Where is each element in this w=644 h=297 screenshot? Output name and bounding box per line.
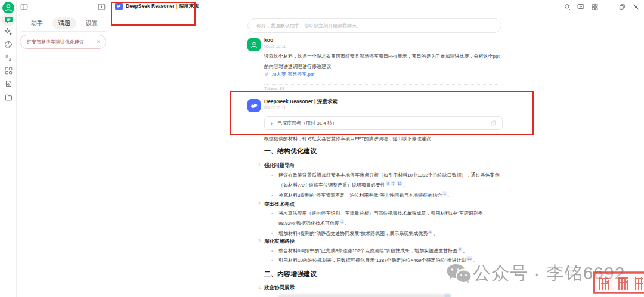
restore-icon[interactable] [618, 3, 626, 10]
sidebar-card-edge [18, 14, 110, 297]
item-number: 2. [258, 202, 262, 206]
thinking-label: 已深度思考（用时 31.4 秒） [277, 120, 491, 126]
bullet-text: 增加材料4提到的"动静态交通协同发展"技术路线图，展示系统集成优势 [278, 231, 428, 236]
citation-badge[interactable]: 10 [397, 181, 402, 186]
close-icon[interactable] [632, 3, 639, 10]
bullet-tail: 。 [403, 182, 408, 188]
bullet-dot: • [271, 190, 273, 200]
chat-nav-button[interactable] [2, 13, 15, 26]
paperclip-icon [264, 72, 270, 77]
attachment-link[interactable]: AI大赛-智慧停车.pdf [264, 71, 315, 78]
user-message-time: 05/16 10:11 [264, 44, 286, 48]
assistant-avatar[interactable] [247, 99, 261, 112]
bullet-item: • 引用材料10的泊位规划表，用数据可视化展示"1387个确定泊位+469个待定… [271, 255, 504, 265]
sidebar-panel: 助手 话题 设置 红安智慧停车演讲优化建议 ✕ [17, 0, 110, 297]
new-topic-button[interactable] [98, 3, 106, 11]
tab-settings[interactable]: 设置 [80, 17, 104, 29]
user-avatar-button[interactable] [2, 1, 15, 14]
bullet-dot: • [271, 255, 273, 265]
svg-text:A: A [8, 58, 11, 62]
minimize-icon[interactable] [605, 3, 612, 10]
chat-column: 你好，我是默认助手，你可以立刻开始跟我聊天。 koo 05/16 10:11 读… [247, 0, 504, 297]
deepseek-whale-icon [115, 2, 123, 10]
item-number: 1. [258, 163, 262, 167]
citation-badge[interactable]: 7 [391, 181, 395, 186]
bullet-dot: • [271, 246, 273, 256]
user-person-icon [250, 41, 258, 49]
copy-icon[interactable] [491, 120, 496, 126]
tab-topics[interactable]: 话题 [52, 17, 76, 29]
topic-label: 红安智慧停车演讲优化建议 [27, 39, 96, 45]
citation-badge[interactable]: 6 [458, 247, 462, 252]
citation-badge[interactable]: 1 [340, 219, 344, 224]
response-intro: 根据提供的材料，针对红安县智慧停车项目PPT的演讲调理，提出以下修改建议： [264, 135, 436, 142]
item-title: 政企协同展示 [264, 284, 295, 292]
citation-badge[interactable]: 4 [428, 230, 432, 234]
bullet-dot: • [271, 170, 273, 180]
apps-grid-icon[interactable] [591, 3, 598, 10]
palette-icon [4, 41, 13, 49]
model-title-tab[interactable]: DeepSeek Reasoner | 深度求索 [115, 2, 199, 10]
bullet-text: 整合材料6周报中的"已完成8条道路152个点位测绘"阶段性成果，增加实施进度甘特… [278, 248, 457, 253]
item-title: 强化问题导向 [264, 162, 295, 169]
section-heading-1: 一、结构优化建议 [264, 147, 317, 156]
item-title: 深化实施路径 [264, 238, 295, 245]
window-controls [564, 0, 639, 13]
item-number: 1. [258, 285, 262, 289]
bullet-tail: 。 [345, 221, 349, 226]
paintings-nav-button[interactable] [2, 38, 15, 51]
assistant-greeting-banner: 你好，我是默认助手，你可以立刻开始跟我聊天。 [247, 18, 501, 33]
bullet-text: 将AI算法应用（逆向停车识别、车流量分析）与高位视频技术单独成章，引用材料1中"… [278, 211, 483, 226]
bullet-tail: 。 [433, 231, 438, 236]
collapse-sidebar-icon [20, 3, 28, 11]
thinking-collapsed-bar[interactable]: › 已深度思考（用时 31.4 秒） [264, 116, 503, 130]
knowledge-nav-button[interactable] [2, 77, 15, 90]
model-title: DeepSeek Reasoner | 深度求索 [126, 3, 199, 10]
files-nav-button[interactable] [2, 91, 15, 104]
left-icon-rail: 文 A [0, 0, 17, 297]
chat-bubble-icon [4, 16, 13, 24]
bullet-text: 引用材料10的泊位规划表，用数据可视化展示"1387个确定泊位+469个待定泊位… [278, 258, 466, 263]
search-icon[interactable] [564, 3, 571, 10]
item-number: 3. [258, 239, 262, 243]
user-avatar[interactable] [247, 38, 261, 51]
agents-nav-button[interactable] [2, 25, 15, 38]
chevron-right-icon: › [271, 120, 273, 126]
sidebar-tabs: 助手 话题 设置 [20, 17, 109, 29]
bullet-text: 补充材料3提到的"停车资源不足、泊位利用率低"等共性问题与本地特征的结合 [278, 193, 442, 198]
bullet-item: • 补充材料3提到的"停车资源不足、泊位利用率低"等共性问题与本地特征的结合3。 [271, 190, 504, 200]
bullet-tail: 。 [463, 248, 467, 253]
sparkles-icon [4, 27, 13, 36]
citation-badge[interactable]: 10 [466, 256, 472, 261]
new-topic-icon [98, 3, 106, 11]
folder-icon [5, 94, 13, 101]
assistant-name: DeepSeek Reasoner | 深度求索 [264, 98, 338, 106]
attachment-filename: AI大赛-智慧停车.pdf [272, 71, 315, 78]
user-name: koo [264, 37, 273, 43]
citation-badge[interactable]: 6 [386, 181, 390, 186]
item-title: 突出技术亮点 [264, 201, 295, 208]
citation-badge[interactable]: 3 [442, 191, 447, 196]
tabs-divider [21, 31, 106, 32]
topic-list-item[interactable]: 红安智慧停车演讲优化建议 ✕ [20, 35, 106, 49]
mini-apps-nav-button[interactable] [2, 64, 15, 77]
collapse-sidebar-button[interactable] [20, 3, 29, 11]
translate-icon: 文 A [4, 54, 13, 62]
close-icon[interactable]: ✕ [96, 39, 101, 45]
translate-nav-button[interactable]: 文 A [2, 51, 15, 64]
deepseek-whale-icon [250, 101, 259, 110]
bullet-item: • 将AI算法应用（逆向停车识别、车流量分析）与高位视频技术单独成章，引用材料1… [271, 208, 504, 228]
bullet-item: • 建议在政策背景后增加红安县本地停车痛点分析（如引用材料10中1392个泊位缺… [271, 170, 504, 190]
fit-window-icon[interactable] [577, 3, 584, 10]
bullet-dot: • [271, 208, 273, 218]
context-divider [264, 84, 503, 85]
bullet-dot: • [271, 228, 273, 239]
bullet-item: • 整合材料6周报中的"已完成8条道路152个点位测绘"阶段性成果，增加实施进度… [271, 246, 504, 256]
assistant-message-time: 05/16 10:11 [264, 106, 286, 110]
user-message-text: 读取这个材料，这是一个湖北省黄冈市红安县智慧停车项目PPT展示，其目的是为了参加… [264, 51, 504, 72]
tab-assistants[interactable]: 助手 [25, 17, 49, 29]
user-avatar-icon [2, 2, 14, 14]
tokens-label: Tokens: 88 [264, 86, 284, 91]
greeting-text: 你好，我是默认助手，你可以立刻开始跟我聊天。 [256, 23, 361, 29]
knowledge-file-icon [5, 80, 13, 88]
